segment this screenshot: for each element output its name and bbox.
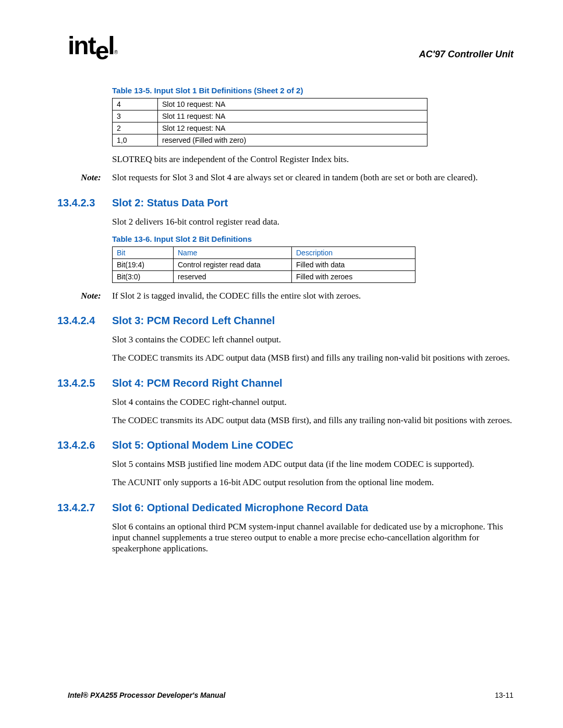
section-heading-13-4-2-4: 13.4.2.4 Slot 3: PCM Record Left Channel: [68, 315, 513, 327]
table-row: Bit(3:0) reserved Filled with zeroes: [113, 270, 415, 282]
paragraph: Slot 6 contains an optional third PCM sy…: [112, 521, 513, 554]
page-footer: Intel® PXA255 Processor Developer's Manu…: [68, 691, 513, 699]
paragraph: The CODEC transmits its ADC output data …: [112, 352, 513, 363]
section-heading-13-4-2-3: 13.4.2.3 Slot 2: Status Data Port: [68, 197, 513, 209]
paragraph: The CODEC transmits its ADC output data …: [112, 415, 513, 426]
table-row: 4Slot 10 request: NA: [113, 98, 427, 110]
footer-manual-title: Intel® PXA255 Processor Developer's Manu…: [68, 691, 225, 699]
note: Note: If Slot 2 is tagged invalid, the C…: [81, 290, 513, 301]
paragraph: SLOTREQ bits are independent of the Cont…: [112, 154, 513, 165]
table-13-5: 4Slot 10 request: NA 3Slot 11 request: N…: [112, 98, 427, 146]
note-label: Note:: [81, 172, 112, 183]
section-heading-13-4-2-5: 13.4.2.5 Slot 4: PCM Record Right Channe…: [68, 377, 513, 389]
table-header-row: Bit Name Description: [113, 246, 415, 258]
paragraph: Slot 2 delivers 16-bit control register …: [112, 216, 513, 227]
page-header: intel® AC'97 Controller Unit: [68, 31, 513, 60]
paragraph: Slot 3 contains the CODEC left channel o…: [112, 334, 513, 345]
note-text: If Slot 2 is tagged invalid, the CODEC f…: [112, 290, 361, 301]
intel-logo: intel®: [68, 31, 117, 60]
note: Note: Slot requests for Slot 3 and Slot …: [81, 172, 513, 183]
table-row: 2Slot 12 request: NA: [113, 122, 427, 134]
table-row: Bit(19:4) Control register read data Fil…: [113, 258, 415, 270]
table-row: 1,0reserved (Filled with zero): [113, 134, 427, 146]
section-heading-13-4-2-6: 13.4.2.6 Slot 5: Optional Modem Line COD…: [68, 439, 513, 451]
note-text: Slot requests for Slot 3 and Slot 4 are …: [112, 172, 478, 183]
paragraph: Slot 5 contains MSB justified line modem…: [112, 459, 513, 470]
paragraph: The ACUNIT only supports a 16-bit ADC ou…: [112, 477, 513, 488]
note-label: Note:: [81, 290, 112, 301]
table-13-6-caption: Table 13-6. Input Slot 2 Bit Definitions: [68, 235, 513, 243]
table-13-6: Bit Name Description Bit(19:4) Control r…: [112, 246, 415, 283]
table-13-5-caption: Table 13-5. Input Slot 1 Bit Definitions…: [68, 86, 513, 95]
section-heading-13-4-2-7: 13.4.2.7 Slot 6: Optional Dedicated Micr…: [68, 502, 513, 514]
page-number: 13-11: [495, 691, 513, 699]
paragraph: Slot 4 contains the CODEC right-channel …: [112, 397, 513, 408]
table-row: 3Slot 11 request: NA: [113, 110, 427, 122]
chapter-title: AC'97 Controller Unit: [419, 49, 513, 60]
